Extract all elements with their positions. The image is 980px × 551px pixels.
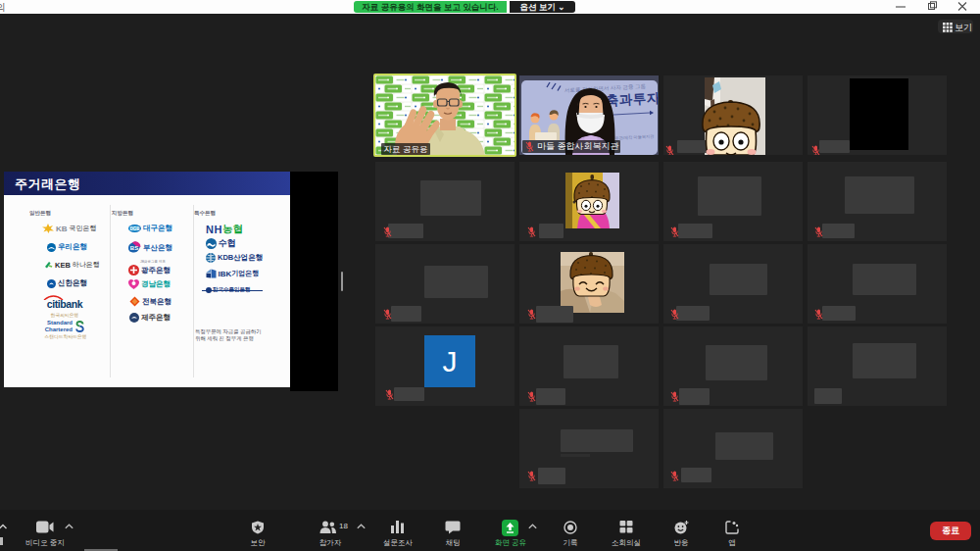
svg-text:BS: BS bbox=[130, 245, 138, 251]
svg-text:DGB: DGB bbox=[130, 226, 141, 231]
